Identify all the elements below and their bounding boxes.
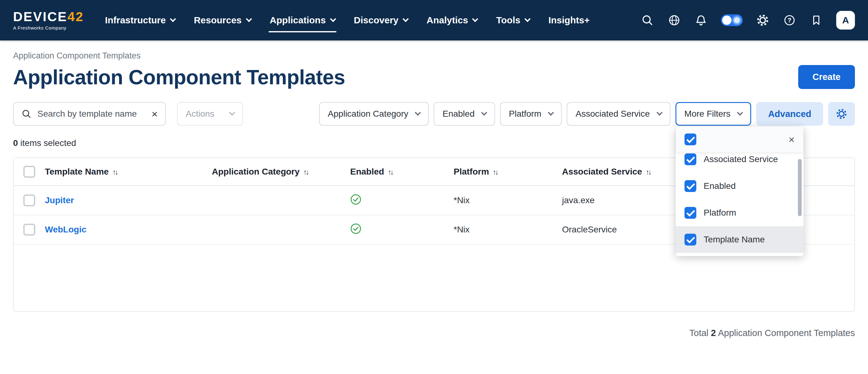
select-all-checkbox[interactable] [684,134,696,145]
filter-label: Platform [509,109,541,119]
col-application-category[interactable]: Application Category↑↓ [212,167,350,177]
option-associated-service[interactable]: Associated Service [676,152,804,173]
option-platform[interactable]: Platform [676,199,804,226]
nav-applications[interactable]: Applications [270,0,335,40]
option-label: Platform [704,208,736,218]
enabled-cell [350,223,454,236]
option-label: Associated Service [704,154,778,164]
actions-label: Actions [186,109,214,119]
sort-icon[interactable]: ↑↓ [493,168,498,176]
sort-icon[interactable]: ↑↓ [388,168,393,176]
sort-icon[interactable]: ↑↓ [304,168,308,176]
nav-insights[interactable]: Insights+ [548,0,590,40]
more-filters-panel: × Associated Service Enabled [676,127,804,256]
option-label: Template Name [704,235,765,244]
platform-cell: *Nix [454,195,562,205]
chevron-down-icon [656,109,663,116]
more-filters-options: Associated Service Enabled Platform [676,152,804,256]
breadcrumb: Application Component Templates [13,51,855,61]
top-navbar: DEVICE42 A Freshworks Company Infrastruc… [0,0,868,40]
template-link[interactable]: WebLogic [45,225,86,234]
advanced-button[interactable]: Advanced [756,102,823,126]
template-link[interactable]: Jupiter [45,195,74,205]
filter-label: Associated Service [576,109,650,119]
select-all-rows-checkbox[interactable] [23,166,35,178]
search-box: × [13,102,166,126]
chevron-down-icon [170,16,176,22]
nav-analytics[interactable]: Analytics [427,0,477,40]
col-enabled[interactable]: Enabled↑↓ [350,167,454,177]
sort-icon[interactable]: ↑↓ [646,168,651,176]
bookmark-icon[interactable] [809,13,823,27]
nav-label: Infrastructure [105,15,166,26]
nav-label: Resources [194,15,242,26]
chevron-down-icon [415,109,421,116]
total-number: 2 [711,328,716,338]
row-checkbox[interactable] [23,195,35,206]
logo-subtitle: A Freshworks Company [13,25,84,31]
chevron-down-icon [548,109,554,116]
theme-toggle[interactable] [721,14,743,26]
filter-associated-service[interactable]: Associated Service [567,102,670,126]
logo-42: 42 [67,9,84,24]
more-filters-dropdown[interactable]: More Filters × Associated Service [676,102,751,126]
main-nav: Infrastructure Resources Applications Di… [105,0,590,40]
main-content: Application Component Templates Applicat… [0,51,868,338]
page-title: Application Component Templates [13,65,345,89]
filter-platform[interactable]: Platform [500,102,562,126]
table-settings-button[interactable] [828,102,855,126]
nav-label: Insights+ [548,15,590,26]
notifications-bell-icon[interactable] [694,13,708,27]
chevron-down-icon [330,16,336,22]
checkbox-checked[interactable] [684,207,696,219]
col-platform[interactable]: Platform↑↓ [454,167,562,177]
column-filters: Application Category Enabled Platform As… [319,102,855,126]
search-icon[interactable] [641,13,654,27]
nav-infrastructure[interactable]: Infrastructure [105,0,175,40]
filter-application-category[interactable]: Application Category [319,102,429,126]
checkbox-checked[interactable] [684,154,696,165]
nav-resources[interactable]: Resources [194,0,251,40]
navbar-actions: ? A [641,11,855,30]
create-button[interactable]: Create [798,65,855,89]
nav-label: Analytics [427,15,468,26]
selected-text: items selected [20,138,76,148]
help-icon[interactable]: ? [783,13,796,27]
globe-icon[interactable] [668,13,681,27]
chevron-down-icon [524,16,531,22]
total-count: Total 2 Application Component Templates [13,328,855,338]
option-template-name[interactable]: Template Name [676,226,804,253]
checkbox-checked[interactable] [684,180,696,192]
filter-label: Enabled [442,109,474,119]
option-label: Enabled [704,181,736,191]
close-icon[interactable]: × [788,134,795,145]
enabled-cell [350,194,454,207]
col-template-name[interactable]: Template Name↑↓ [45,167,212,177]
nav-discovery[interactable]: Discovery [354,0,408,40]
clear-search-icon[interactable]: × [151,109,158,119]
filter-label: More Filters [684,109,731,119]
scrollbar-thumb[interactable] [798,159,802,216]
gear-icon [836,108,847,120]
filter-label: Application Category [328,109,408,119]
filter-toolbar: × Actions Application Category Enabled P… [13,102,855,126]
filter-enabled[interactable]: Enabled [434,102,495,126]
device42-logo[interactable]: DEVICE42 A Freshworks Company [13,10,84,31]
checkbox-checked[interactable] [684,234,696,245]
selected-count: 0 [13,138,18,148]
nav-tools[interactable]: Tools [496,0,530,40]
chevron-down-icon [737,109,743,116]
enabled-check-icon [350,194,362,205]
row-checkbox[interactable] [23,224,35,236]
chevron-down-icon [403,16,409,22]
sort-icon[interactable]: ↑↓ [113,168,117,176]
settings-gear-icon[interactable] [756,13,770,27]
option-enabled[interactable]: Enabled [676,173,804,199]
svg-text:?: ? [787,17,792,24]
sun-icon [734,18,740,23]
avatar[interactable]: A [836,11,855,30]
chevron-down-icon [481,109,487,116]
actions-dropdown[interactable]: Actions [177,102,243,126]
search-icon [21,109,32,119]
search-input[interactable] [37,109,146,119]
